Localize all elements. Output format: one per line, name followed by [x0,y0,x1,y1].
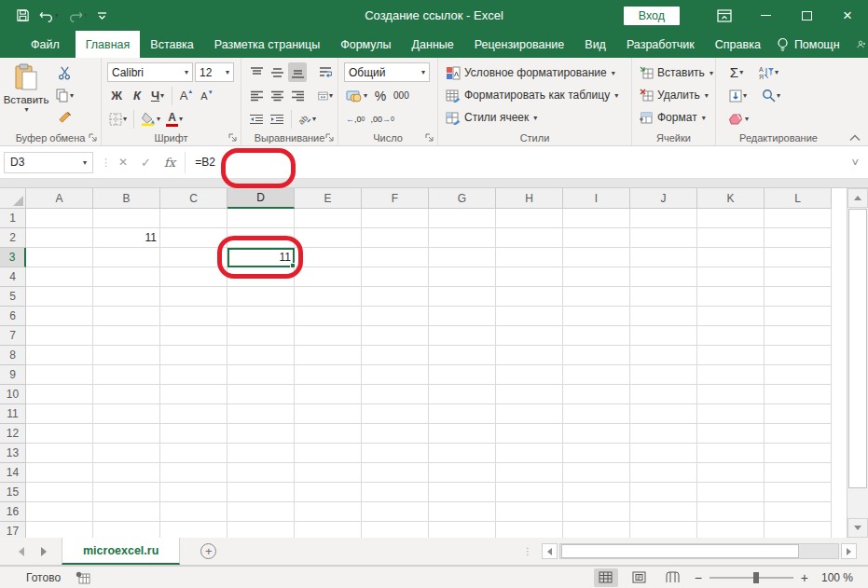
increase-indent-button[interactable] [268,109,286,129]
font-name-combo[interactable]: Calibri▾ [107,62,193,82]
copy-button[interactable]: ▾ [54,86,76,105]
format-cells-button[interactable]: Формат▾ [640,106,713,129]
cell-J4[interactable] [630,267,697,287]
column-header-H[interactable]: H [496,188,563,209]
cell-G10[interactable] [429,385,496,404]
cell-I7[interactable] [563,326,630,346]
cell-K7[interactable] [697,326,765,346]
zoom-slider[interactable] [710,577,793,579]
cell-G3[interactable] [429,248,496,267]
cell-I12[interactable] [563,424,630,444]
cell-I3[interactable] [563,248,630,267]
cell-I17[interactable] [563,522,630,538]
cell-A14[interactable] [26,463,93,483]
cell-G6[interactable] [429,307,496,326]
page-break-view-button[interactable] [661,568,685,587]
cell-A1[interactable] [26,209,93,228]
cell-F11[interactable] [362,404,429,424]
cell-E6[interactable] [295,307,362,326]
cell-A12[interactable] [26,424,93,444]
row-header-14[interactable]: 14 [0,463,26,483]
cell-J5[interactable] [630,287,697,307]
redo-button[interactable]: ▾ [65,7,90,24]
cell-B14[interactable] [93,463,160,483]
font-color-button[interactable]: А▾ [164,109,185,129]
sign-in-button[interactable]: Вход [624,7,680,25]
zoom-level-label[interactable]: 100 % [816,571,853,584]
cell-D4[interactable] [227,267,295,287]
cell-L16[interactable] [765,502,832,522]
column-header-F[interactable]: F [362,188,429,209]
cell-B9[interactable] [93,365,160,385]
cell-A8[interactable] [26,346,93,365]
cell-A16[interactable] [26,502,93,522]
row-header-15[interactable]: 15 [0,483,26,502]
cell-H7[interactable] [496,326,563,346]
borders-button[interactable]: ▾ [107,109,129,129]
cell-I1[interactable] [563,209,630,228]
column-header-J[interactable]: J [630,188,697,209]
format-painter-button[interactable] [54,108,76,128]
cell-J1[interactable] [630,209,697,228]
cell-I13[interactable] [563,444,630,463]
cell-H3[interactable] [496,248,563,267]
tab-2[interactable]: Разметка страницы [204,31,330,58]
cell-I9[interactable] [563,365,630,385]
ribbon-display-options-button[interactable] [704,0,745,31]
cell-L3[interactable] [765,248,832,267]
cell-B17[interactable] [93,522,160,538]
undo-button[interactable]: ▾ [36,7,62,24]
cell-C8[interactable] [160,346,227,365]
cell-K1[interactable] [697,209,765,228]
cell-J2[interactable] [630,228,697,248]
decrease-indent-button[interactable] [247,109,266,129]
cell-L17[interactable] [765,522,832,538]
cell-L12[interactable] [765,424,832,444]
merge-center-button[interactable]: ▾ [316,86,335,105]
assistant-button[interactable]: Помощн [771,37,846,52]
expand-formula-bar-icon[interactable]: ˅ [851,156,859,170]
cell-H5[interactable] [496,287,563,307]
cell-C12[interactable] [160,424,227,444]
cell-A2[interactable] [26,228,93,248]
cell-A17[interactable] [26,522,93,538]
comma-style-button[interactable]: 000 [392,86,411,105]
row-header-6[interactable]: 6 [0,307,26,326]
row-header-1[interactable]: 1 [0,209,26,228]
cell-H14[interactable] [496,463,563,483]
cell-E3[interactable] [295,248,362,267]
scroll-down-button[interactable] [847,518,868,538]
customize-qat-button[interactable] [94,8,110,23]
cell-B5[interactable] [93,287,160,307]
align-top-button[interactable] [247,62,266,82]
cell-C11[interactable] [160,404,227,424]
cell-G13[interactable] [429,444,496,463]
cell-H13[interactable] [496,444,563,463]
cell-H15[interactable] [496,483,563,502]
cell-C6[interactable] [160,307,227,326]
cell-F5[interactable] [362,287,429,307]
cell-J3[interactable] [630,248,697,267]
cell-D12[interactable] [227,424,295,444]
cell-G5[interactable] [429,287,496,307]
cell-J16[interactable] [630,502,697,522]
cell-A15[interactable] [26,483,93,502]
cell-D1[interactable] [227,209,295,228]
cell-I10[interactable] [563,385,630,404]
cell-E10[interactable] [295,385,362,404]
row-header-11[interactable]: 11 [0,404,26,424]
cell-D6[interactable] [227,307,295,326]
cell-F10[interactable] [362,385,429,404]
row-header-4[interactable]: 4 [0,267,26,287]
minimize-button[interactable] [745,0,786,31]
cell-B16[interactable] [93,502,160,522]
cell-E1[interactable] [295,209,362,228]
cell-F8[interactable] [362,346,429,365]
save-button[interactable] [13,7,33,24]
cell-L2[interactable] [765,228,832,248]
new-sheet-button[interactable]: + [200,543,216,559]
cell-C5[interactable] [160,287,227,307]
cell-F16[interactable] [362,502,429,522]
insert-cells-button[interactable]: Вставить▾ [640,62,713,84]
cell-K5[interactable] [697,287,765,307]
